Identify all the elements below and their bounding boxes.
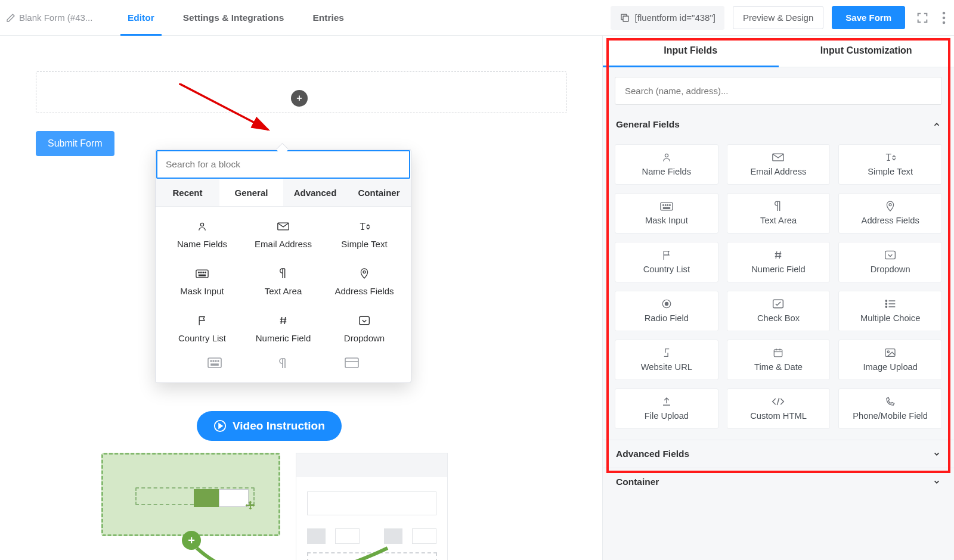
fields-sidebar: Input Fields Input Customization General… bbox=[602, 36, 954, 560]
field-numeric-field[interactable]: Numeric Field bbox=[727, 242, 831, 282]
svg-point-31 bbox=[663, 204, 664, 206]
form-dropzone[interactable]: + bbox=[36, 71, 566, 113]
popover-tab-advanced[interactable]: Advanced bbox=[283, 179, 347, 206]
save-form-button[interactable]: Save Form bbox=[832, 6, 905, 29]
popover-tab-general[interactable]: General bbox=[219, 179, 283, 206]
field-mask-input[interactable]: Mask Input bbox=[615, 193, 718, 234]
field-email-address[interactable]: Email Address bbox=[727, 144, 831, 185]
field-file-upload[interactable]: File Upload bbox=[615, 388, 718, 429]
dropdown-icon bbox=[884, 250, 896, 260]
section-container[interactable]: Container bbox=[603, 468, 954, 496]
svg-rect-19 bbox=[208, 358, 221, 368]
svg-rect-12 bbox=[199, 275, 206, 276]
submit-form-button[interactable]: Submit Form bbox=[36, 131, 114, 156]
sidebar-search-wrap bbox=[615, 77, 942, 105]
section-advanced-fields[interactable]: Advanced Fields bbox=[603, 440, 954, 468]
field-address-fields[interactable]: Address Fields bbox=[325, 267, 404, 296]
field-address-fields[interactable]: Address Fields bbox=[838, 193, 942, 234]
field-name-fields[interactable]: Name Fields bbox=[163, 220, 241, 249]
user-icon bbox=[197, 220, 207, 233]
sidebar-tab-input-fields[interactable]: Input Fields bbox=[603, 36, 779, 67]
svg-point-22 bbox=[215, 360, 216, 362]
field-dropdown[interactable]: Dropdown bbox=[838, 242, 942, 282]
list-icon bbox=[884, 298, 896, 309]
svg-point-10 bbox=[203, 272, 204, 273]
pilcrow-icon bbox=[278, 267, 288, 280]
field-website-url[interactable]: Website URL bbox=[615, 340, 718, 380]
field-label: Multiple Choice bbox=[860, 313, 920, 323]
svg-point-3 bbox=[943, 21, 946, 24]
shortcode-button[interactable]: [fluentform id="438"] bbox=[611, 6, 724, 30]
field-custom-html[interactable]: Custom HTML bbox=[727, 388, 831, 429]
field-text-area[interactable]: Text Area bbox=[727, 193, 831, 234]
field-phone-mobile-field[interactable]: Phone/Mobile Field bbox=[838, 388, 942, 429]
field-label: Text Area bbox=[760, 216, 797, 225]
field-label: Website URL bbox=[641, 362, 692, 372]
svg-point-28 bbox=[665, 154, 668, 157]
field-simple-text[interactable]: Simple Text bbox=[325, 220, 404, 249]
fullscreen-icon[interactable] bbox=[913, 9, 931, 27]
field-label: Email Address bbox=[751, 167, 807, 176]
block-search-input[interactable] bbox=[156, 150, 410, 179]
field-radio-field[interactable]: Radio Field bbox=[615, 291, 718, 331]
field-multiple-choice[interactable]: Multiple Choice bbox=[838, 291, 942, 331]
field-dropdown[interactable]: Dropdown bbox=[325, 314, 404, 343]
tab-entries[interactable]: Entries bbox=[298, 0, 358, 36]
video-instruction-button[interactable]: Video Instruction bbox=[197, 411, 342, 441]
popover-tab-recent[interactable]: Recent bbox=[156, 179, 219, 206]
mail-icon bbox=[772, 152, 784, 163]
plus-circle-icon: + bbox=[182, 531, 201, 550]
field-label: Email Address bbox=[255, 239, 312, 249]
field-label: Dropdown bbox=[871, 265, 910, 274]
block-picker-popover: Recent General Advanced Container Name F… bbox=[155, 149, 411, 383]
field-name-fields[interactable]: Name Fields bbox=[615, 144, 718, 185]
field-label: Address Fields bbox=[334, 286, 394, 296]
field-label: File Upload bbox=[645, 411, 689, 421]
field-label: Dropdown bbox=[344, 333, 385, 343]
add-field-handle[interactable]: + bbox=[291, 90, 308, 107]
svg-line-39 bbox=[776, 251, 778, 259]
field-country-list[interactable]: Country List bbox=[163, 314, 241, 343]
play-circle-icon bbox=[213, 419, 227, 433]
mail-icon bbox=[277, 220, 289, 233]
field-mask-input[interactable]: Mask Input bbox=[163, 267, 241, 296]
form-title-wrap[interactable]: Blank Form (#43... bbox=[6, 13, 113, 23]
svg-point-36 bbox=[889, 204, 891, 206]
svg-line-40 bbox=[780, 251, 781, 259]
field-label: Phone/Mobile Field bbox=[853, 411, 928, 421]
preview-design-button[interactable]: Preview & Design bbox=[733, 6, 823, 29]
field-simple-text[interactable]: Simple Text bbox=[838, 144, 942, 185]
move-icon bbox=[244, 500, 257, 513]
field-label: Simple Text bbox=[868, 167, 913, 176]
block-picker-tabs: Recent General Advanced Container bbox=[156, 179, 411, 207]
sidebar-tab-input-customization[interactable]: Input Customization bbox=[779, 36, 955, 67]
link-icon bbox=[661, 347, 672, 358]
section-general-fields[interactable]: General Fields bbox=[603, 111, 954, 138]
popover-tab-container[interactable]: Container bbox=[347, 179, 411, 206]
radio-icon bbox=[661, 298, 672, 309]
field-label: Address Fields bbox=[862, 216, 919, 225]
field-label: Check Box bbox=[757, 313, 800, 323]
field-label: Custom HTML bbox=[750, 411, 807, 421]
field-email-address[interactable]: Email Address bbox=[244, 220, 323, 249]
svg-rect-0 bbox=[623, 16, 628, 21]
field-country-list[interactable]: Country List bbox=[615, 242, 718, 282]
tab-settings-integrations[interactable]: Settings & Integrations bbox=[169, 0, 299, 36]
hash-icon bbox=[278, 314, 289, 327]
field-label: Mask Input bbox=[180, 286, 224, 296]
svg-point-45 bbox=[885, 300, 887, 301]
pilcrow-icon bbox=[278, 357, 289, 369]
field-numeric-field[interactable]: Numeric Field bbox=[244, 314, 323, 343]
tab-editor[interactable]: Editor bbox=[113, 0, 169, 36]
sidebar-search-input[interactable] bbox=[615, 77, 942, 105]
kebab-menu-icon[interactable] bbox=[940, 9, 948, 27]
field-image-upload[interactable]: Image Upload bbox=[838, 340, 942, 380]
main-tabs: Editor Settings & Integrations Entries bbox=[113, 0, 358, 36]
field-time-date[interactable]: Time & Date bbox=[727, 340, 831, 380]
svg-point-32 bbox=[665, 204, 666, 206]
field-check-box[interactable]: Check Box bbox=[727, 291, 831, 331]
plus-icon: + bbox=[296, 93, 302, 104]
keyboard-icon bbox=[660, 201, 673, 211]
field-text-area[interactable]: Text Area bbox=[244, 267, 323, 296]
section-title: Advanced Fields bbox=[616, 449, 689, 459]
